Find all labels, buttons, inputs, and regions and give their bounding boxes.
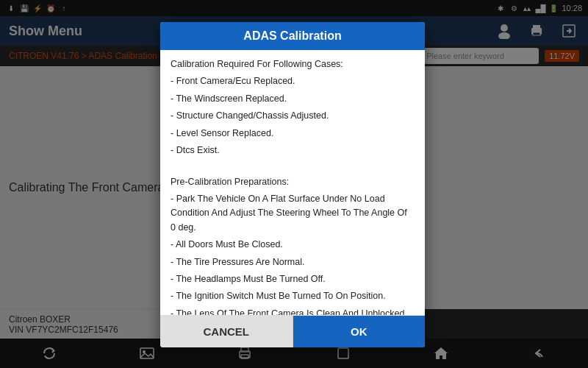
dialog-body-line: - All Doors Must Be Closed. [171, 238, 415, 252]
dialog-body-line: - The Windscreen Replaced. [171, 92, 415, 106]
dialog-body-line: - Structure Changed/Chassis Adjusted. [171, 109, 415, 123]
cancel-button[interactable]: CANCEL [160, 316, 293, 347]
dialog-body-line: - The Ignition Switch Must Be Turned To … [171, 289, 415, 303]
dialog-body-line: Calibration Required For Following Cases… [171, 57, 415, 71]
dialog-header: ADAS Calibration [160, 22, 425, 50]
dialog-body-line: - Front Camera/Ecu Replaced. [171, 74, 415, 88]
dialog-overlay: ADAS Calibration Calibration Required Fo… [0, 0, 588, 368]
dialog-body-line: - The Headlamps Must Be Turned Off. [171, 272, 415, 286]
dialog-body-line: - The Tire Pressures Are Normal. [171, 255, 415, 269]
ok-button[interactable]: OK [293, 316, 426, 347]
dialog-body-line: - Park The Vehicle On A Flat Surface Und… [171, 192, 415, 235]
dialog-title: ADAS Calibration [243, 29, 341, 42]
dialog-body-line: Pre-Calibration Preparations: [171, 175, 415, 189]
dialog-body-line: - The Lens Of The Front Camera Is Clean … [171, 307, 415, 315]
dialog-footer: CANCEL OK [160, 315, 425, 347]
dialog-body-line: - Level Sensor Replaced. [171, 127, 415, 141]
dialog-body-line: - Dtcs Exist. [171, 144, 415, 158]
dialog-body[interactable]: Calibration Required For Following Cases… [160, 50, 425, 315]
adas-dialog: ADAS Calibration Calibration Required Fo… [160, 22, 425, 347]
